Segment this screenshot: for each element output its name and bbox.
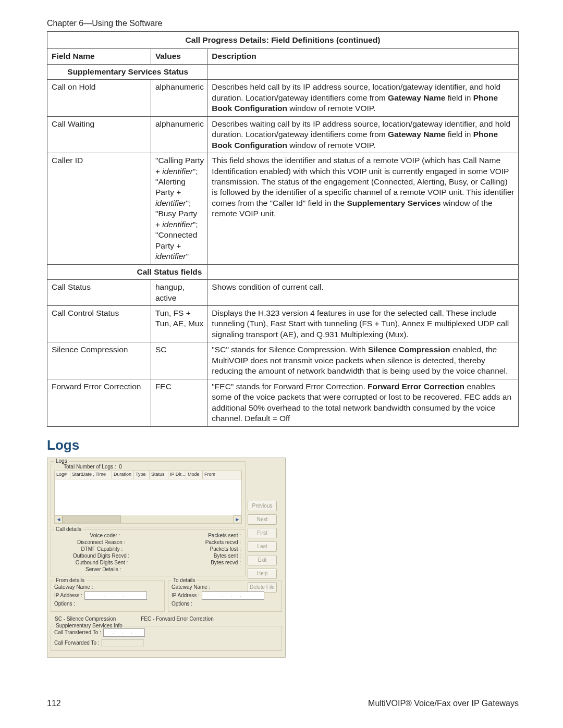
to-details-fieldset: To details Gateway Name : IP Address : .… [168, 581, 282, 612]
table-row: Call on Hold alphanumeric Describes held… [47, 80, 519, 116]
table-row: Forward Error Correction FEC "FEC" stand… [47, 379, 519, 426]
previous-button[interactable]: Previous [248, 501, 277, 511]
logs-heading: Logs [47, 437, 519, 453]
table-row: Caller ID "Calling Party + identifier"; … [47, 153, 519, 265]
h-scrollbar[interactable]: ◄ ► [55, 515, 241, 523]
scroll-thumb[interactable] [63, 515, 121, 523]
table-row: Call Status hangup, active Shows conditi… [47, 280, 519, 306]
th-field: Field Name [47, 49, 151, 64]
logs-fieldset: Logs Total Number of Logs : 0 Log# Start… [51, 461, 246, 527]
table-title: Call Progress Details: Field Definitions… [47, 32, 519, 49]
next-button[interactable]: Next [248, 514, 277, 525]
book-title: MultiVOIP® Voice/Fax over IP Gateways [368, 699, 519, 708]
table-row: Call Waiting alphanumeric Describes wait… [47, 116, 519, 153]
page-number: 112 [47, 699, 61, 708]
from-ip-input[interactable]: . . . [84, 591, 147, 600]
sc-abbrev: SC - Silence Compression [55, 616, 116, 622]
chapter-label: Chapter 6—Using the Software [47, 19, 519, 28]
supp-services-fieldset: Supplementary Services Info Call Transfe… [51, 626, 282, 651]
fec-abbrev: FEC - Forward Error Correction [141, 616, 213, 622]
last-button[interactable]: Last [248, 541, 277, 552]
fwd-ip-box [102, 639, 143, 647]
scroll-right-icon[interactable]: ► [234, 515, 241, 523]
xfer-ip-input[interactable]: . . . [103, 628, 145, 637]
th-desc: Description [207, 49, 519, 64]
help-button[interactable]: Help [248, 569, 277, 579]
table-row: Silence Compression SC "SC" stands for S… [47, 342, 519, 379]
logs-grid-header: Log# StartDate , Time Duration Type Stat… [54, 471, 242, 479]
first-button[interactable]: First [248, 528, 277, 538]
call-details-fieldset: Call details Voice coder : Disconnect Re… [51, 529, 246, 576]
field-definitions-table: Call Progress Details: Field Definitions… [47, 31, 519, 427]
scroll-left-icon[interactable]: ◄ [55, 515, 63, 523]
logs-grid[interactable]: ◄ ► [54, 479, 242, 524]
section-call-status: Call Status fields [47, 264, 207, 279]
from-details-fieldset: From details Gateway Name : IP Address :… [51, 581, 165, 612]
exit-button[interactable]: Exit [248, 555, 277, 565]
logs-dialog: Logs Total Number of Logs : 0 Log# Start… [47, 458, 286, 658]
section-supp: Supplementary Services Status [47, 64, 207, 79]
th-values: Values [151, 49, 207, 64]
table-row: Call Control Status Tun, FS + Tun, AE, M… [47, 305, 519, 342]
to-ip-input[interactable]: . . . [202, 591, 264, 600]
